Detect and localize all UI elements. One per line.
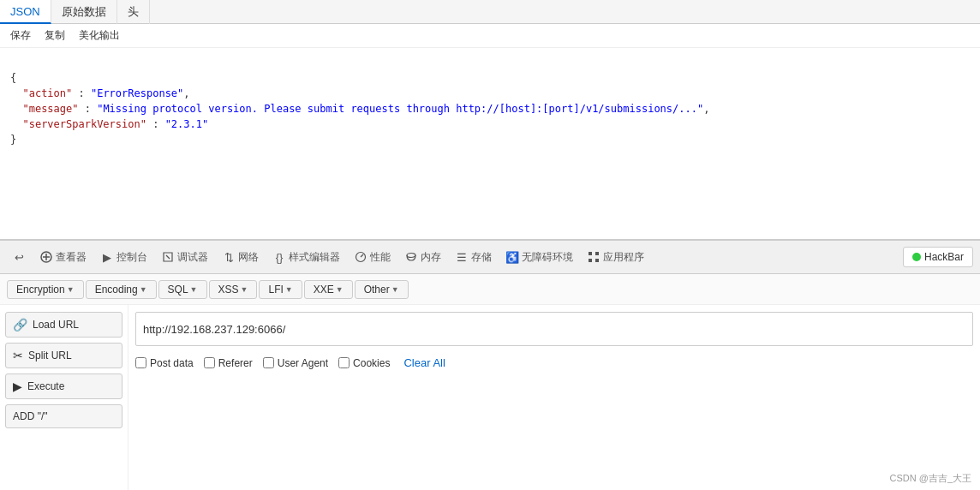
post-data-checkbox-label[interactable]: Post data xyxy=(135,357,194,369)
other-caret: ▼ xyxy=(391,285,399,294)
load-url-icon: 🔗 xyxy=(13,318,27,332)
devtools-console[interactable]: ▶ 控制台 xyxy=(95,247,152,268)
encryption-dropdown[interactable]: Encryption ▼ xyxy=(7,280,84,299)
devtools-storage[interactable]: ☰ 存储 xyxy=(450,247,497,268)
tab-headers[interactable]: 头 xyxy=(117,0,150,24)
other-dropdown[interactable]: Other ▼ xyxy=(355,280,409,299)
load-url-label: Load URL xyxy=(33,319,79,331)
execute-icon: ▶ xyxy=(13,379,22,393)
xxe-dropdown[interactable]: XXE ▼ xyxy=(304,280,353,299)
hackbar-toolbar: Encryption ▼ Encoding ▼ SQL ▼ XSS ▼ LFI … xyxy=(0,274,980,305)
devtools-inspector[interactable]: 查看器 xyxy=(34,247,92,268)
post-data-checkbox[interactable] xyxy=(135,357,146,368)
debugger-label: 调试器 xyxy=(177,250,208,265)
svg-rect-8 xyxy=(595,252,599,255)
sql-dropdown[interactable]: SQL ▼ xyxy=(158,280,207,299)
encoding-dropdown[interactable]: Encoding ▼ xyxy=(86,280,157,299)
referer-label: Referer xyxy=(218,357,253,369)
network-icon: ⇅ xyxy=(222,250,236,264)
devtools-bar: ↩ 查看器 ▶ 控制台 调试器 ⇅ 网络 {} 样式编辑器 性能 内存 ☰ xyxy=(0,240,980,274)
add-slash-label: ADD "/" xyxy=(13,410,48,422)
console-icon: ▶ xyxy=(100,250,114,264)
split-url-button[interactable]: ✂ Split URL xyxy=(5,343,122,368)
lfi-dropdown[interactable]: LFI ▼ xyxy=(259,280,302,299)
accessibility-icon: ♿ xyxy=(505,250,519,264)
execute-label: Execute xyxy=(27,380,64,392)
svg-line-4 xyxy=(166,255,170,259)
copy-button[interactable]: 复制 xyxy=(41,27,69,45)
performance-label: 性能 xyxy=(370,250,391,265)
lfi-caret: ▼ xyxy=(285,285,293,294)
add-slash-button[interactable]: ADD "/" xyxy=(5,404,122,428)
referer-checkbox-label[interactable]: Referer xyxy=(204,357,253,369)
console-label: 控制台 xyxy=(117,250,147,265)
style-editor-label: 样式编辑器 xyxy=(289,250,340,265)
inspector-label: 查看器 xyxy=(56,250,87,265)
application-icon xyxy=(587,250,601,264)
load-url-button[interactable]: 🔗 Load URL xyxy=(5,312,122,338)
svg-rect-7 xyxy=(589,252,592,255)
tab-raw[interactable]: 原始数据 xyxy=(51,0,117,24)
hackbar-area: Encryption ▼ Encoding ▼ SQL ▼ XSS ▼ LFI … xyxy=(0,274,980,490)
watermark: CSDN @吉吉_大王 xyxy=(889,472,971,485)
svg-rect-10 xyxy=(595,259,599,262)
devtools-back[interactable]: ↩ xyxy=(7,247,31,267)
tab-json[interactable]: JSON xyxy=(0,0,51,24)
encryption-caret: ▼ xyxy=(67,285,75,294)
back-icon: ↩ xyxy=(12,250,26,264)
cookies-label: Cookies xyxy=(353,357,390,369)
sql-label: SQL xyxy=(168,284,188,296)
hackbar-label: HackBar xyxy=(924,251,964,263)
xss-label: XSS xyxy=(218,284,239,296)
xxe-label: XXE xyxy=(314,284,334,296)
cookies-checkbox[interactable] xyxy=(338,357,350,368)
beautify-button[interactable]: 美化输出 xyxy=(75,27,123,45)
referer-checkbox[interactable] xyxy=(204,357,215,368)
split-url-icon: ✂ xyxy=(13,349,23,362)
inspector-icon xyxy=(39,250,53,264)
clear-all-button[interactable]: Clear All xyxy=(403,356,445,369)
devtools-accessibility[interactable]: ♿ 无障碍环境 xyxy=(500,247,578,268)
style-editor-icon: {} xyxy=(272,250,286,264)
user-agent-checkbox[interactable] xyxy=(263,357,274,368)
debugger-icon xyxy=(161,250,175,264)
json-content: { "action" : "ErrorResponse", "message" … xyxy=(0,48,980,239)
xss-dropdown[interactable]: XSS ▼ xyxy=(209,280,258,299)
performance-icon xyxy=(354,250,368,264)
lfi-label: LFI xyxy=(268,284,283,296)
hackbar-content: Post data Referer User Agent Cookies Cle… xyxy=(128,305,980,490)
storage-icon: ☰ xyxy=(455,250,469,264)
encoding-caret: ▼ xyxy=(140,285,147,294)
hackbar-sidebar: 🔗 Load URL ✂ Split URL ▶ Execute ADD "/" xyxy=(0,305,128,490)
encoding-label: Encoding xyxy=(95,284,138,296)
json-toolbar: 保存 复制 美化输出 xyxy=(0,24,980,48)
storage-label: 存储 xyxy=(471,250,492,265)
devtools-style-editor[interactable]: {} 样式编辑器 xyxy=(267,247,345,268)
svg-point-6 xyxy=(407,254,415,258)
hackbar-tab[interactable]: HackBar xyxy=(903,247,973,267)
user-agent-checkbox-label[interactable]: User Agent xyxy=(263,357,328,369)
sql-caret: ▼ xyxy=(190,285,198,294)
execute-button[interactable]: ▶ Execute xyxy=(5,373,122,399)
devtools-debugger[interactable]: 调试器 xyxy=(156,247,213,268)
memory-icon xyxy=(404,250,418,264)
user-agent-label: User Agent xyxy=(278,357,328,369)
devtools-performance[interactable]: 性能 xyxy=(349,247,396,268)
accessibility-label: 无障碍环境 xyxy=(522,250,573,265)
other-label: Other xyxy=(364,284,390,296)
encryption-label: Encryption xyxy=(16,284,65,296)
hackbar-main: 🔗 Load URL ✂ Split URL ▶ Execute ADD "/" xyxy=(0,305,980,490)
url-input[interactable] xyxy=(135,312,973,346)
hackbar-status-dot xyxy=(912,253,921,261)
devtools-network[interactable]: ⇅ 网络 xyxy=(217,247,264,268)
save-button[interactable]: 保存 xyxy=(7,27,34,45)
post-data-label: Post data xyxy=(150,357,194,369)
svg-rect-9 xyxy=(589,259,592,262)
xss-caret: ▼ xyxy=(241,285,248,294)
memory-label: 内存 xyxy=(421,250,441,265)
tab-bar: JSON 原始数据 头 xyxy=(0,0,980,24)
bottom-row: Post data Referer User Agent Cookies Cle… xyxy=(135,351,973,369)
devtools-application[interactable]: 应用程序 xyxy=(582,247,649,268)
cookies-checkbox-label[interactable]: Cookies xyxy=(338,357,390,369)
devtools-memory[interactable]: 内存 xyxy=(399,247,446,268)
